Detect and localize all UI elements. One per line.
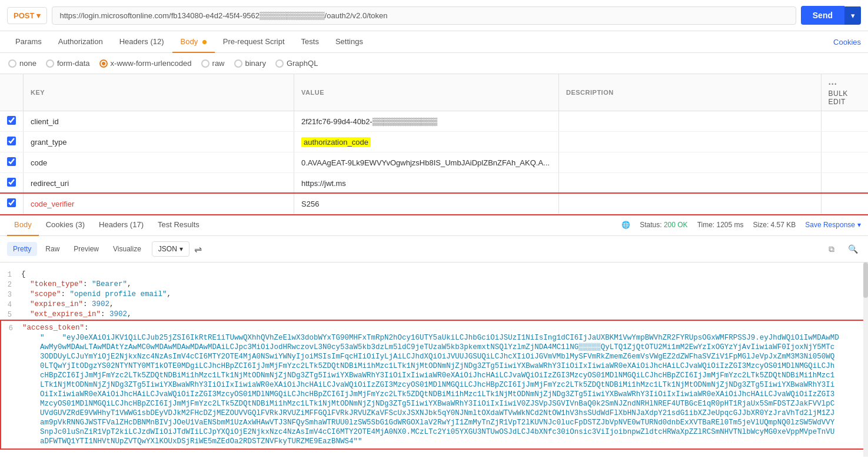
resp-tab-headers[interactable]: Headers (17) bbox=[92, 214, 151, 236]
access-token-value-line: SnpJc0luSnZiR1VpT2kiLCJzdWIiOiJTdWIiLCJp… bbox=[1, 427, 867, 437]
tab-pre-request[interactable]: Pre-request Script bbox=[215, 31, 293, 53]
json-line: 3 "scope": "openid profile email", bbox=[0, 290, 868, 300]
radio-raw[interactable]: raw bbox=[201, 59, 225, 68]
row-actions bbox=[821, 173, 868, 194]
row-key[interactable]: redirect_uri bbox=[24, 173, 294, 194]
tab-body[interactable]: Body bbox=[172, 31, 215, 53]
row-desc[interactable] bbox=[559, 132, 822, 152]
cookies-link[interactable]: Cookies bbox=[833, 38, 861, 46]
visualize-button[interactable]: Visualize bbox=[107, 242, 147, 256]
save-response-label: Save Response bbox=[805, 221, 855, 229]
line-number: 5 bbox=[0, 310, 21, 319]
row-key[interactable]: client_id bbox=[24, 111, 294, 132]
col-value: VALUE bbox=[294, 74, 559, 111]
radio-none[interactable]: none bbox=[8, 59, 36, 68]
method-select[interactable]: POST ▾ bbox=[7, 7, 47, 24]
access-token-value-line: UVdGUVZRdE9VWHhyT1VWWG1sbDEyVDJkM2FHcDZj… bbox=[1, 408, 867, 418]
row-checkbox-cell bbox=[0, 152, 24, 173]
row-actions bbox=[821, 152, 868, 173]
row-value[interactable]: S256 bbox=[294, 194, 559, 214]
params-table: KEY VALUE DESCRIPTION ··· Bulk Edit clie… bbox=[0, 74, 868, 214]
row-checkbox[interactable] bbox=[7, 157, 16, 166]
row-checkbox[interactable] bbox=[7, 178, 16, 187]
radio-binary[interactable]: binary bbox=[234, 59, 266, 68]
col-actions: ··· Bulk Edit bbox=[821, 74, 868, 111]
tab-settings[interactable]: Settings bbox=[327, 31, 371, 53]
format-select[interactable]: JSON ▾ bbox=[152, 241, 189, 257]
resp-tab-test-results[interactable]: Test Results bbox=[151, 214, 207, 236]
row-value[interactable]: 0.AVAAgEAT-9Lk9EWVYvOgwhjzsHb8IS_UmbJAiD… bbox=[294, 152, 559, 173]
row-actions bbox=[821, 111, 868, 132]
row-value[interactable]: 2f21fc76-99d4-40b2-▒▒▒▒▒▒▒▒▒▒▒▒ bbox=[294, 111, 559, 132]
copy-button[interactable]: ⧉ bbox=[823, 241, 840, 257]
radio-graphql[interactable]: GraphQL bbox=[275, 59, 318, 68]
json-line: 4 "expires_in": 3902, bbox=[0, 300, 868, 310]
more-icon[interactable]: ··· bbox=[829, 79, 837, 89]
line-number bbox=[1, 400, 22, 400]
line-content: { bbox=[21, 270, 868, 278]
search-button[interactable]: 🔍 bbox=[844, 241, 861, 257]
row-checkbox-cell bbox=[0, 194, 24, 214]
row-checkbox-cell bbox=[0, 111, 24, 132]
row-value[interactable]: https://jwt.ms bbox=[294, 173, 559, 194]
row-checkbox[interactable] bbox=[7, 116, 16, 125]
row-desc[interactable] bbox=[559, 173, 822, 194]
row-key[interactable]: grant_type bbox=[24, 132, 294, 152]
status-label: Status: 200 OK bbox=[640, 221, 687, 229]
row-checkbox[interactable] bbox=[7, 198, 16, 207]
tab-tests[interactable]: Tests bbox=[293, 31, 327, 53]
radio-binary-label: binary bbox=[245, 59, 266, 68]
resp-tab-cookies[interactable]: Cookies (3) bbox=[39, 214, 92, 236]
url-input[interactable] bbox=[52, 6, 796, 25]
radio-urlencoded[interactable]: x-www-form-urlencoded bbox=[99, 59, 192, 68]
raw-button[interactable]: Raw bbox=[39, 242, 65, 256]
row-key[interactable]: code_verifier bbox=[24, 194, 294, 214]
response-tabs: Body Cookies (3) Headers (17) Test Resul… bbox=[0, 214, 868, 236]
row-desc[interactable] bbox=[559, 194, 822, 214]
tab-headers[interactable]: Headers (12) bbox=[111, 31, 172, 53]
radio-form-data-label: form-data bbox=[57, 59, 90, 68]
table-row: client_id 2f21fc76-99d4-40b2-▒▒▒▒▒▒▒▒▒▒▒… bbox=[0, 111, 868, 132]
line-number: 1 bbox=[0, 270, 21, 279]
highlighted-value: authorization_code bbox=[301, 137, 371, 147]
wrap-icon[interactable]: ⇌ bbox=[194, 244, 202, 255]
json-response-body: 1{2 "token_type": "Bearer",3 "scope": "o… bbox=[0, 263, 868, 457]
tab-authorization[interactable]: Authorization bbox=[50, 31, 111, 53]
tab-params[interactable]: Params bbox=[7, 31, 50, 53]
line-content: "ext_expires_in": 3902, bbox=[21, 310, 868, 318]
response-meta: 🌐 Status: 200 OK Time: 1205 ms Size: 4.5… bbox=[621, 221, 861, 229]
radio-urlencoded-label: x-www-form-urlencoded bbox=[111, 59, 192, 68]
json-line: 1{ bbox=[0, 270, 868, 280]
row-key[interactable]: code bbox=[24, 152, 294, 173]
send-button-group: Send ▾ bbox=[801, 6, 861, 25]
size-label: Size: 4.57 KB bbox=[753, 221, 796, 229]
line-number bbox=[1, 343, 22, 344]
line-number bbox=[1, 418, 22, 419]
row-actions bbox=[821, 194, 868, 214]
access-token-value-line: cHBpZCI6IjJmMjFmYzc2LTk5ZDQtNDBiMi1hMzc1… bbox=[1, 371, 867, 380]
send-button[interactable]: Send bbox=[801, 6, 844, 25]
send-dropdown-button[interactable]: ▾ bbox=[844, 6, 861, 25]
row-desc[interactable] bbox=[559, 111, 822, 132]
line-number bbox=[1, 371, 22, 372]
resp-tab-body[interactable]: Body bbox=[7, 214, 39, 236]
bulk-edit-button[interactable]: Bulk Edit bbox=[829, 89, 848, 106]
access-token-value-line: MzcyOS01MDlNMGQiLCJhcHBpZCI6IjJmMjFmYzc2… bbox=[1, 399, 867, 408]
row-checkbox[interactable] bbox=[7, 137, 16, 145]
line-number bbox=[1, 428, 22, 429]
row-desc[interactable] bbox=[559, 152, 822, 173]
row-value[interactable]: authorization_code bbox=[294, 132, 559, 152]
col-description: DESCRIPTION bbox=[559, 74, 822, 111]
col-key: KEY bbox=[24, 74, 294, 111]
col-checkbox bbox=[0, 74, 24, 111]
radio-form-data[interactable]: form-data bbox=[46, 59, 90, 68]
preview-button[interactable]: Preview bbox=[68, 242, 105, 256]
size-value: 4.57 KB bbox=[771, 221, 796, 229]
pretty-button[interactable]: Pretty bbox=[7, 242, 37, 256]
globe-icon: 🌐 bbox=[621, 221, 630, 229]
row-actions bbox=[821, 132, 868, 152]
save-response-button[interactable]: Save Response ▾ bbox=[805, 221, 861, 229]
access-token-value-line: am9pVkRNNGJWSTFValZHcDBNMnBIVjJOeU1VaENS… bbox=[1, 418, 867, 427]
json-line: 2 "token_type": "Bearer", bbox=[0, 280, 868, 290]
radio-none-label: none bbox=[19, 59, 36, 68]
